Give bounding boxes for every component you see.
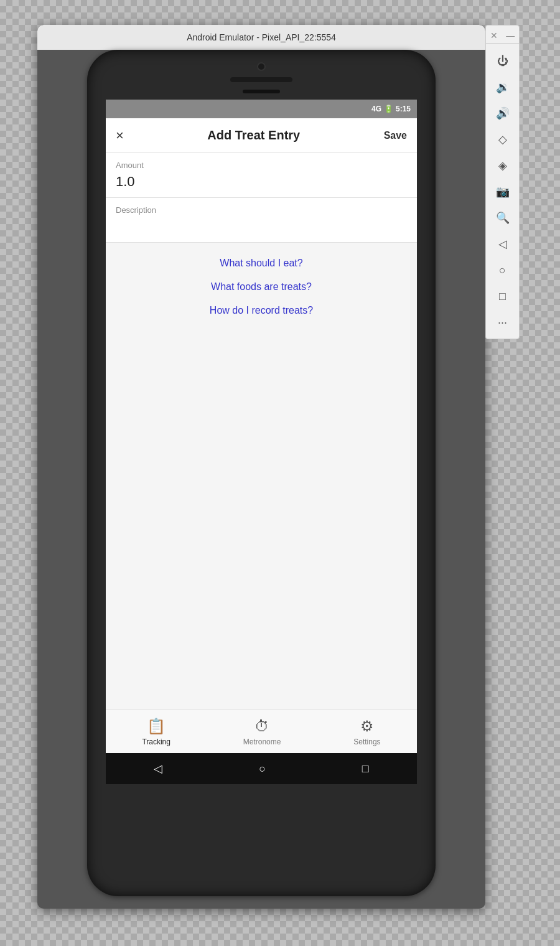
tracking-label: Tracking: [142, 738, 170, 746]
nav-metronome[interactable]: ⏱ Metronome: [243, 718, 281, 746]
system-nav-bar: ◁ ○ □: [106, 753, 417, 784]
metronome-label: Metronome: [243, 738, 281, 746]
system-home-button[interactable]: ○: [259, 762, 266, 775]
phone-speaker: [230, 77, 292, 82]
amount-input[interactable]: 1.0: [116, 174, 407, 192]
amount-label: Amount: [116, 161, 407, 170]
volume-down-button[interactable]: 🔉: [492, 76, 514, 98]
toolbar-minimize-btn[interactable]: —: [506, 30, 515, 40]
dialog-title: Add Treat Entry: [207, 128, 300, 143]
phone-earpiece: [243, 90, 280, 93]
bottom-navigation: 📋 Tracking ⏱ Metronome ⚙ Settings: [106, 710, 417, 753]
phone-screen: 4G 🔋 5:15 × Add Treat Entry Save Amoun: [106, 100, 417, 784]
amount-field: Amount 1.0: [106, 153, 417, 198]
zoom-button[interactable]: 🔍: [492, 207, 514, 229]
settings-label: Settings: [353, 738, 380, 746]
close-dialog-button[interactable]: ×: [116, 128, 124, 144]
volume-up-button[interactable]: 🔊: [492, 102, 514, 124]
phone-top: [87, 50, 436, 100]
phone-camera: [257, 62, 266, 71]
emulator-window: Android Emulator - Pixel_API_22:5554 ✕ —…: [37, 25, 485, 909]
description-label: Description: [116, 205, 407, 215]
system-recents-button[interactable]: □: [362, 762, 369, 775]
phone-device: 4G 🔋 5:15 × Add Treat Entry Save Amoun: [87, 50, 436, 896]
help-link-1[interactable]: What should I eat?: [220, 258, 302, 269]
signal-indicator: 4G: [371, 105, 381, 113]
camera-button[interactable]: 📷: [492, 180, 514, 203]
help-link-2[interactable]: What foods are treats?: [211, 281, 312, 293]
square-button[interactable]: □: [492, 285, 514, 307]
metronome-icon: ⏱: [254, 718, 269, 735]
nav-tracking[interactable]: 📋 Tracking: [142, 718, 170, 746]
battery-indicator: 🔋: [384, 105, 393, 113]
rotate-right-button[interactable]: ◈: [492, 154, 514, 177]
system-back-button[interactable]: ◁: [154, 762, 162, 775]
tracking-icon: 📋: [147, 718, 166, 735]
save-button[interactable]: Save: [384, 130, 407, 141]
rotate-left-button[interactable]: ◇: [492, 128, 514, 151]
time-display: 5:15: [396, 105, 411, 113]
emulator-title-bar: Android Emulator - Pixel_API_22:5554 ✕ —…: [37, 25, 485, 50]
toolbar-close-btn[interactable]: ✕: [490, 30, 498, 40]
more-button[interactable]: ···: [492, 311, 514, 334]
help-suggestions-area: What should I eat? What foods are treats…: [106, 243, 417, 710]
status-icons: 4G 🔋 5:15: [371, 105, 411, 113]
help-link-3[interactable]: How do I record treats?: [210, 305, 313, 316]
form-area: Amount 1.0 Description What should I eat…: [106, 153, 417, 710]
description-field: Description: [106, 198, 417, 243]
settings-icon: ⚙: [360, 718, 374, 735]
app-content: × Add Treat Entry Save Amount 1.0 Descri…: [106, 118, 417, 753]
emulator-title: Android Emulator - Pixel_API_22:5554: [187, 32, 336, 42]
status-bar: 4G 🔋 5:15: [106, 100, 417, 118]
app-header: × Add Treat Entry Save: [106, 118, 417, 153]
circle-button[interactable]: ○: [492, 259, 514, 281]
nav-settings[interactable]: ⚙ Settings: [353, 718, 380, 746]
back-nav-button[interactable]: ◁: [492, 233, 514, 255]
description-input[interactable]: [116, 218, 407, 237]
side-toolbar: ✕ — ⏻ 🔉 🔊 ◇ ◈ 📷 🔍 ◁ ○ □ ···: [485, 25, 520, 339]
power-button[interactable]: ⏻: [492, 50, 514, 72]
